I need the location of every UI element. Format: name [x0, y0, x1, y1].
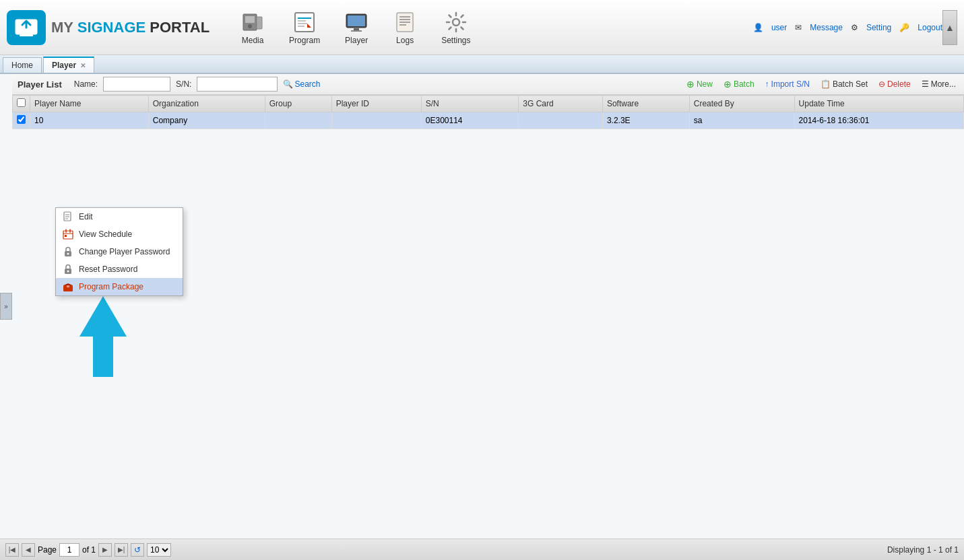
top-bar: MY SIGNAGE PORTAL Media Program Player L…	[0, 0, 964, 55]
select-all-checkbox[interactable]	[17, 98, 26, 107]
header-checkbox[interactable]	[13, 96, 30, 112]
main-content: » Player List Name: S/N: 🔍 Search ⊕ New …	[0, 74, 964, 538]
total-pages-label: of 1	[82, 545, 96, 555]
ctx-view-schedule[interactable]: View Schedule	[56, 225, 183, 243]
tab-player[interactable]: Player ✕	[43, 57, 94, 73]
document-icon	[63, 211, 73, 222]
message-link[interactable]: Message	[810, 23, 843, 32]
header-sn: S/N	[421, 96, 519, 112]
batch-label: Batch	[734, 79, 754, 89]
next-page-button[interactable]: ▶	[98, 543, 112, 557]
ctx-edit[interactable]: Edit	[56, 208, 183, 225]
nav-player[interactable]: Player	[333, 6, 379, 49]
header-3g-card: 3G Card	[519, 96, 603, 112]
setting-icon: ⚙	[851, 23, 858, 32]
row-checkbox-cell[interactable]	[13, 112, 30, 129]
logo-my: MY	[51, 19, 77, 36]
delete-button[interactable]: ⊖ Delete	[876, 78, 913, 90]
row-checkbox[interactable]	[17, 115, 26, 124]
nav-logs[interactable]: Logs	[382, 6, 428, 49]
lock-icon	[63, 246, 73, 257]
import-icon: ↑	[765, 79, 769, 89]
svg-rect-3	[245, 16, 255, 23]
search-button[interactable]: 🔍 Search	[283, 79, 320, 89]
grid-header-row: Player Name Organization Group Player ID…	[13, 96, 964, 112]
nav-settings-label: Settings	[441, 36, 470, 45]
last-page-button[interactable]: ▶|	[115, 543, 128, 557]
nav-player-label: Player	[345, 36, 368, 45]
svg-rect-1	[20, 34, 33, 36]
batch-set-label: Batch Set	[833, 79, 868, 89]
ctx-reset-password[interactable]: Reset Password	[56, 260, 183, 278]
ctx-program-package-label: Program Package	[79, 282, 143, 291]
row-organization: Company	[148, 112, 265, 129]
user-link[interactable]: user	[771, 23, 787, 32]
logout-icon: 🔑	[899, 23, 909, 32]
page-input[interactable]	[59, 543, 79, 557]
svg-point-17	[67, 253, 69, 255]
svg-rect-10	[351, 30, 362, 32]
search-label-text: Search	[294, 79, 320, 89]
row-3g-card	[519, 112, 603, 129]
import-sn-button[interactable]: ↑ Import S/N	[763, 78, 812, 90]
prev-page-button[interactable]: ◀	[22, 543, 35, 557]
page-size-select[interactable]: 10 25 50	[147, 543, 171, 557]
svg-marker-21	[79, 296, 127, 377]
new-button[interactable]: ⊕ New	[684, 77, 715, 91]
batch-icon: ⊕	[724, 79, 732, 90]
nav-settings[interactable]: Settings	[430, 6, 481, 49]
batch-set-button[interactable]: 📋 Batch Set	[818, 78, 870, 90]
display-info: Displaying 1 - 1 of 1	[887, 545, 959, 555]
first-page-button[interactable]: |◀	[5, 543, 19, 557]
nav-icons: Media Program Player Logs Settings	[230, 6, 753, 49]
nav-media-label: Media	[242, 36, 264, 45]
arrow-indicator	[73, 296, 133, 379]
row-player-name: 10	[30, 112, 149, 129]
header-player-id: Player ID	[331, 96, 421, 112]
setting-link[interactable]: Setting	[866, 23, 891, 32]
row-group	[265, 112, 331, 129]
calendar-icon	[63, 229, 73, 240]
header-player-name: Player Name	[30, 96, 149, 112]
ctx-reset-password-label: Reset Password	[79, 265, 137, 274]
row-player-id	[331, 112, 421, 129]
tab-home[interactable]: Home	[3, 57, 42, 73]
sidebar-toggle[interactable]: »	[0, 293, 12, 320]
data-grid: Player Name Organization Group Player ID…	[12, 95, 964, 129]
svg-rect-14	[63, 231, 73, 239]
ctx-program-package[interactable]: Program Package	[56, 278, 183, 295]
svg-rect-6	[295, 13, 314, 32]
tab-home-label: Home	[11, 61, 33, 70]
more-button[interactable]: ☰ More...	[919, 78, 959, 90]
ctx-edit-label: Edit	[79, 212, 93, 221]
refresh-button[interactable]: ↺	[131, 543, 144, 557]
ctx-view-schedule-label: View Schedule	[79, 230, 132, 239]
logo-signage: SIGNAGE	[77, 19, 150, 36]
nav-media[interactable]: Media	[230, 6, 276, 49]
table-row[interactable]: 10 Company 0E300114 3.2.3E sa 2014-6-18 …	[13, 112, 964, 129]
message-icon: ✉	[795, 23, 802, 32]
logout-link[interactable]: Logout	[918, 23, 942, 32]
context-menu: Edit View Schedule Change Player Passwor…	[55, 207, 183, 296]
delete-label: Delete	[887, 79, 911, 89]
logo-icon	[7, 10, 46, 45]
ctx-change-password[interactable]: Change Player Password	[56, 243, 183, 260]
batch-set-icon: 📋	[821, 79, 831, 89]
header-organization: Organization	[148, 96, 265, 112]
collapse-button[interactable]: ▲	[942, 10, 957, 45]
user-icon: 👤	[753, 23, 763, 32]
lock2-icon	[63, 264, 73, 275]
header-group: Group	[265, 96, 331, 112]
row-created-by: sa	[689, 112, 794, 129]
nav-program-label: Program	[289, 36, 320, 45]
import-sn-label: Import S/N	[771, 79, 810, 89]
logo: MY SIGNAGE PORTAL	[7, 10, 210, 45]
tab-player-close[interactable]: ✕	[80, 62, 86, 69]
name-label: Name:	[74, 79, 98, 89]
logo-portal: PORTAL	[150, 19, 210, 36]
name-input[interactable]	[103, 77, 170, 92]
batch-button[interactable]: ⊕ Batch	[721, 77, 757, 91]
more-icon: ☰	[922, 79, 929, 89]
nav-program[interactable]: Program	[278, 6, 331, 49]
sn-input[interactable]	[197, 77, 278, 92]
